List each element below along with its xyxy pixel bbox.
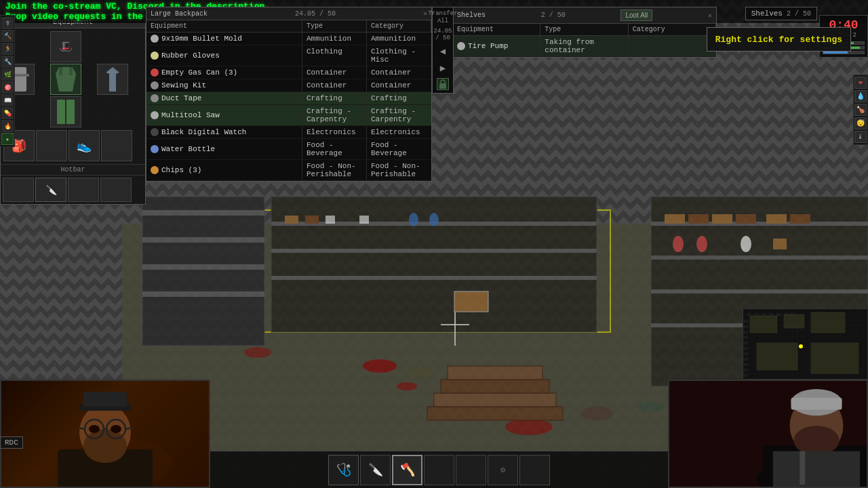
- container-row-0[interactable]: Tire Pump Taking from container: [453, 36, 716, 57]
- bottom-hotbar: 🩺 🔪 🪓 ⚙: [210, 451, 668, 488]
- inv-row-5[interactable]: Multitool Saw Crafting - Carpentry Craft…: [146, 105, 431, 126]
- inv-item-cat-1: Clothing - Misc: [367, 45, 431, 66]
- bottom-slot-6[interactable]: ⚙: [488, 455, 518, 485]
- webcam-right: [668, 380, 868, 488]
- hotbar-slot-3[interactable]: [68, 178, 99, 202]
- skill-panel: 🗡 🔨 🏃 🔧 🌿 🎯 📖 💊 🔥 ★: [0, 15, 15, 147]
- skill-icon-4[interactable]: 🔧: [1, 56, 14, 68]
- webcam-right-bg: [669, 381, 867, 487]
- inv-item-cat-6: Electronics: [367, 126, 431, 138]
- health-fill-3: [823, 52, 848, 54]
- container-col-type: Type: [540, 24, 628, 35]
- inv-item-cat-7: Food - Beverage: [367, 139, 431, 159]
- skill-icon-1[interactable]: 🗡: [1, 17, 14, 29]
- transfer-left-button[interactable]: ◀: [439, 44, 447, 58]
- shelves-indicator: Shelves 2 / 50: [745, 7, 817, 20]
- status-icons-panel: ❤ 💧 🍗 😴 🌡: [853, 75, 868, 145]
- item-icon-6: [151, 128, 159, 136]
- inv-row-2[interactable]: Empty Gas Can (3) Container Container: [146, 66, 431, 79]
- skill-icon-8[interactable]: 💊: [1, 107, 14, 119]
- svg-rect-77: [773, 451, 860, 487]
- inv-item-cat-2: Container: [367, 66, 431, 79]
- svg-point-29: [696, 236, 707, 252]
- skill-icon-2[interactable]: 🔨: [1, 30, 14, 42]
- hotbar-slot-4[interactable]: [100, 178, 132, 202]
- svg-text:41: 41: [743, 368, 749, 373]
- svg-rect-54: [439, 83, 446, 89]
- inventory-close[interactable]: ✕: [423, 9, 427, 18]
- inv-item-type-8: Food - Non-Perishable: [302, 160, 367, 180]
- item-icon-7: [151, 145, 159, 153]
- inv-item-name-7: Water Bottle: [146, 139, 302, 159]
- svg-rect-46: [441, 324, 469, 325]
- svg-rect-51: [69, 67, 73, 75]
- extra-slot-4[interactable]: [101, 130, 132, 161]
- svg-point-65: [89, 425, 100, 433]
- svg-text:32: 32: [743, 319, 749, 324]
- svg-rect-84: [811, 312, 845, 333]
- lock-icon[interactable]: [437, 78, 449, 90]
- skill-icon-active[interactable]: ★: [1, 133, 14, 145]
- svg-text:34: 34: [743, 330, 749, 335]
- transfer-all-label: Transfer All: [428, 10, 457, 25]
- svg-point-15: [409, 213, 418, 226]
- person-right-svg: [669, 380, 867, 487]
- transfer-right-button[interactable]: ▶: [439, 61, 447, 75]
- empty-slot-tr: [97, 31, 128, 62]
- container-col-category: Category: [629, 24, 716, 35]
- svg-rect-25: [736, 214, 756, 224]
- bottom-slot-7[interactable]: [519, 455, 550, 485]
- svg-text:12 13 14 15 16 17 18: 12 13 14 15 16 17 18: [747, 312, 795, 317]
- svg-text:38: 38: [743, 352, 749, 357]
- body-slot[interactable]: [50, 64, 81, 95]
- svg-point-32: [363, 359, 397, 373]
- skill-icon-6[interactable]: 🎯: [1, 81, 14, 94]
- bottom-slot-4[interactable]: [424, 455, 454, 485]
- inv-item-cat-4: Crafting: [367, 92, 431, 104]
- svg-rect-4: [142, 237, 264, 243]
- inv-item-name-8: Chips (3): [146, 160, 302, 180]
- inv-row-1[interactable]: Rubber Gloves Clothing Clothing - Misc: [146, 45, 431, 66]
- extra-slot-2[interactable]: [36, 130, 67, 161]
- loot-all-button[interactable]: Loot All: [620, 9, 652, 21]
- item-icon-8: [151, 166, 159, 174]
- col-equipment: Equipment: [146, 20, 302, 32]
- container-col-equipment: Equipment: [453, 24, 540, 35]
- inv-item-type-5: Crafting - Carpentry: [302, 105, 367, 125]
- inv-row-7[interactable]: Water Bottle Food - Beverage Food - Beve…: [146, 139, 431, 160]
- transfer-panel: Transfer All 24.05 / 50 ◀ ▶: [432, 7, 454, 94]
- svg-rect-86: [811, 343, 859, 373]
- hotbar-slots-equip: 🔪: [1, 176, 145, 204]
- inv-row-8[interactable]: Chips (3) Food - Non-Perishable Food - N…: [146, 160, 431, 181]
- hotbar-slot-1[interactable]: [3, 178, 34, 202]
- head-slot[interactable]: 🎩: [50, 31, 81, 62]
- inv-row-4[interactable]: Duct Tape Crafting Crafting: [146, 92, 431, 105]
- container-close[interactable]: ✕: [708, 12, 712, 20]
- svg-point-33: [397, 382, 417, 390]
- container-weight: 2 / 50: [541, 12, 566, 19]
- skill-icon-5[interactable]: 🌿: [1, 68, 14, 81]
- svg-rect-26: [766, 214, 787, 224]
- skill-icon-9[interactable]: 🔥: [1, 120, 14, 132]
- bottom-slot-5[interactable]: [456, 455, 486, 485]
- hotbar-slot-2[interactable]: 🔪: [35, 178, 66, 202]
- inv-item-name-5: Multitool Saw: [146, 105, 302, 125]
- svg-text:40: 40: [743, 363, 749, 367]
- status-icon-2: 💧: [854, 90, 867, 102]
- svg-point-39: [580, 407, 614, 420]
- rhand-slot[interactable]: [97, 64, 128, 95]
- inv-item-type-6: Electronics: [302, 126, 367, 138]
- bottom-slot-2[interactable]: 🔪: [360, 455, 391, 485]
- svg-rect-22: [665, 214, 685, 224]
- inv-row-6[interactable]: Black Digital Watch Electronics Electron…: [146, 126, 431, 139]
- skill-icon-7[interactable]: 📖: [1, 94, 14, 106]
- legs-slot[interactable]: [50, 96, 81, 127]
- extra-slot-3[interactable]: 👟: [68, 130, 100, 161]
- inv-row-3[interactable]: Sewing Kit Container Container: [146, 79, 431, 92]
- svg-rect-50: [59, 67, 62, 75]
- shelves-weight: 2 / 50: [787, 10, 811, 18]
- inv-row-0[interactable]: 9x19mm Bullet Mold Ammunition Ammunition: [146, 33, 431, 45]
- skill-icon-3[interactable]: 🏃: [1, 43, 14, 55]
- bottom-slot-3-active[interactable]: 🪓: [392, 455, 422, 485]
- bottom-slot-1[interactable]: 🩺: [328, 455, 359, 485]
